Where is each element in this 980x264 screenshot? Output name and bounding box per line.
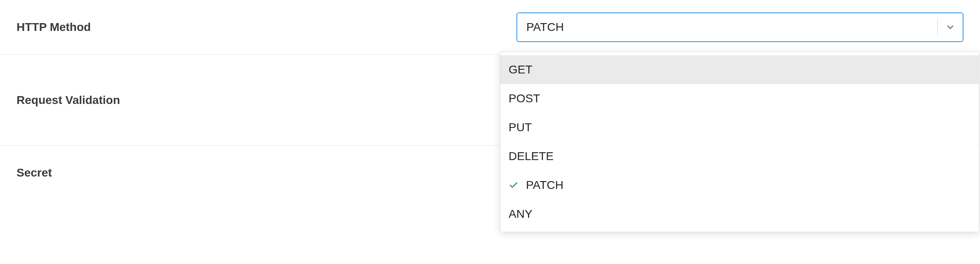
http-method-dropdown: GET POST PUT DELETE PATCH ANY — [500, 52, 979, 232]
dropdown-item-label: PUT — [509, 121, 532, 134]
http-method-select[interactable]: PATCH — [516, 12, 963, 42]
request-validation-label: Request Validation — [17, 94, 516, 107]
dropdown-item-label: DELETE — [509, 150, 554, 163]
dropdown-item-label: PATCH — [526, 179, 564, 192]
http-method-row: HTTP Method PATCH — [0, 0, 980, 55]
dropdown-item-put[interactable]: PUT — [500, 113, 979, 142]
http-method-input-col: PATCH — [516, 12, 980, 42]
dropdown-item-label: ANY — [509, 207, 533, 221]
chevron-down-icon — [938, 13, 963, 41]
dropdown-item-label: POST — [509, 92, 540, 105]
http-method-select-value: PATCH — [517, 21, 937, 34]
dropdown-item-delete[interactable]: DELETE — [500, 142, 979, 171]
secret-label: Secret — [17, 166, 516, 179]
dropdown-item-patch[interactable]: PATCH — [500, 171, 979, 200]
check-icon — [509, 180, 521, 190]
http-method-label: HTTP Method — [17, 21, 516, 34]
dropdown-item-label: GET — [509, 63, 533, 76]
dropdown-item-post[interactable]: POST — [500, 84, 979, 113]
dropdown-item-any[interactable]: ANY — [500, 200, 979, 229]
dropdown-item-get[interactable]: GET — [500, 55, 979, 84]
